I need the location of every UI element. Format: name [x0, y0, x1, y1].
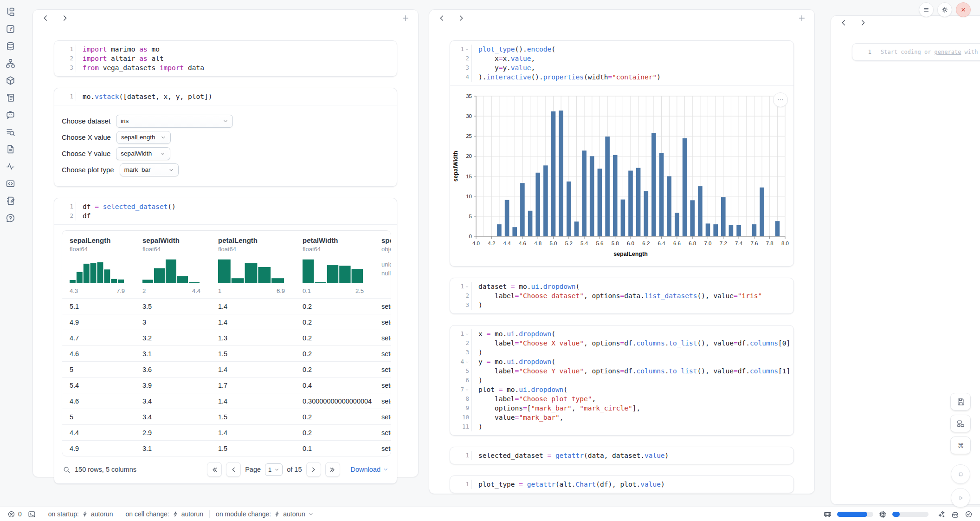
panel-right-header [831, 16, 980, 30]
column-name[interactable]: petalLength [218, 236, 295, 244]
ai-sparkles-icon[interactable] [938, 510, 946, 518]
runtime-config-3[interactable]: on module change:autorun [216, 510, 314, 518]
line-number: 4 [450, 357, 471, 366]
run-button[interactable] [951, 488, 970, 508]
collapse-left-icon[interactable] [839, 19, 848, 27]
code-line: options=["mark_bar", "mark_circle"], [478, 404, 793, 413]
download-button[interactable]: Download [351, 466, 389, 473]
last-page-button[interactable] [325, 462, 340, 477]
runtime-prefix: on startup: [48, 510, 79, 518]
collapse-left-icon[interactable] [438, 14, 446, 22]
lightning-icon [172, 511, 179, 517]
svg-text:5.4: 5.4 [580, 241, 588, 246]
table-column-header: sepalLengthfloat644.37.9 [62, 231, 135, 298]
fold-caret-icon[interactable] [465, 332, 469, 336]
dropdown-choose-plot-type[interactable]: mark_bar [120, 163, 179, 176]
altair-bar-chart[interactable]: 4.04.24.44.64.85.05.25.45.65.86.06.26.46… [450, 90, 793, 264]
sidebar-item-logs[interactable] [5, 92, 15, 103]
add-cell-icon[interactable] [401, 14, 410, 22]
sidebar-item-variables[interactable]: f [5, 24, 15, 34]
first-page-button[interactable] [207, 462, 222, 477]
table-cell: 0.2 [295, 429, 374, 436]
app-layout-button[interactable] [950, 415, 971, 432]
table-cell: 1.3 [211, 334, 295, 342]
code-editor[interactable]: 123dataset = mo.ui.dropdown( label="Choo… [450, 278, 793, 313]
settings-button[interactable] [937, 2, 952, 17]
sidebar-item-file-explorer[interactable] [5, 7, 15, 17]
line-number: 1 [852, 47, 874, 57]
code-editor[interactable]: 1234567891011x = mo.ui.dropdown( label="… [450, 326, 793, 435]
line-number-gutter: 1 [54, 92, 76, 101]
code-editor[interactable]: 1selected_dataset = getattr(data, datase… [450, 447, 793, 464]
dropdown-choose-dataset[interactable]: iris [116, 115, 233, 128]
sidebar-item-dependencies[interactable] [5, 58, 15, 68]
terminal-button[interactable] [28, 510, 36, 518]
svg-text:30: 30 [466, 113, 472, 119]
sidebar-item-outline[interactable] [5, 178, 15, 189]
table-cell: 3.1 [135, 350, 211, 358]
column-name[interactable]: species [381, 236, 391, 244]
column-name[interactable]: petalWidth [303, 236, 374, 244]
table-cell: 4.7 [62, 334, 135, 342]
add-cell-icon[interactable] [798, 14, 806, 22]
interrupt-button[interactable] [951, 464, 970, 484]
svg-text:4.2: 4.2 [488, 241, 495, 246]
dropdown-choose-y-value[interactable]: sepalWidth [116, 147, 170, 160]
runtime-config-1[interactable]: on startup:autorun [48, 510, 113, 518]
column-name[interactable]: sepalLength [70, 236, 135, 244]
runtime-mode: autorun [181, 510, 203, 518]
dropdown-choose-x-value[interactable]: sepalLength [116, 131, 171, 144]
code-line: y=y.value, [478, 63, 793, 72]
chevron-down-icon [223, 118, 228, 124]
sidebar-item-tracing[interactable] [5, 161, 15, 171]
sidebar-item-ai-chat[interactable] [5, 110, 15, 120]
code-lines: df = selected_dataset()df [76, 202, 397, 221]
svg-text:5.6: 5.6 [596, 241, 603, 246]
sidebar-item-documentation[interactable] [5, 127, 15, 137]
collapse-right-icon[interactable] [61, 14, 69, 22]
chart-menu-button[interactable] [773, 92, 788, 107]
code-editor[interactable]: 123import marimo as moimport altair as a… [54, 41, 397, 76]
runtime-config-2[interactable]: on cell change:autorun [125, 510, 203, 518]
copilot-icon[interactable] [951, 510, 959, 518]
table-cell: setosa [374, 334, 391, 342]
column-name[interactable]: sepalWidth [142, 236, 211, 244]
collapse-right-icon[interactable] [457, 14, 465, 22]
collapse-left-icon[interactable] [41, 14, 50, 22]
prev-page-button[interactable] [226, 462, 241, 477]
collapse-right-icon[interactable] [859, 19, 867, 27]
shutdown-button[interactable] [956, 2, 971, 17]
table-cell: 5.4 [62, 382, 135, 389]
code-editor[interactable]: 12df = selected_dataset()df [54, 198, 397, 224]
code-line: import marimo as mo [83, 45, 397, 54]
fold-caret-icon[interactable] [465, 47, 469, 52]
code-editor[interactable]: 1234plot_type().encode( x=x.value, y=y.v… [450, 41, 793, 85]
sidebar-item-scratchpad[interactable] [5, 195, 15, 206]
fold-caret-icon[interactable] [465, 285, 469, 289]
code-editor[interactable]: 1Start coding or generate with AI [852, 44, 980, 60]
menu-button[interactable] [919, 2, 934, 17]
code-editor[interactable]: 1plot_type = getattr(alt.Chart(df), plot… [450, 476, 793, 493]
errors-indicator[interactable]: 0 [7, 510, 22, 518]
shortcuts-button[interactable]: ⌘ [950, 436, 971, 454]
code-line: ).interactive().properties(width="contai… [478, 72, 793, 82]
sidebar-item-packages[interactable] [5, 75, 15, 85]
page-select[interactable]: 1 [265, 463, 283, 476]
fold-caret-icon[interactable] [465, 360, 469, 364]
code-editor[interactable]: 1mo.vstack([dataset, x, y, plot]) [54, 88, 397, 105]
sidebar-item-snippets[interactable] [5, 144, 15, 154]
save-icon [956, 397, 965, 406]
connection-status-icon[interactable] [965, 510, 973, 518]
code-line: df [83, 211, 397, 221]
sidebar-item-datasources[interactable] [5, 41, 15, 51]
svg-text:0: 0 [469, 234, 472, 239]
panel-middle-header [429, 10, 814, 26]
sidebar-item-help[interactable] [5, 213, 15, 223]
table-cell: 5 [62, 366, 135, 373]
save-button[interactable] [950, 393, 971, 410]
search-icon[interactable] [63, 466, 71, 474]
next-page-button[interactable] [306, 462, 321, 477]
range-max: 7.9 [116, 287, 125, 294]
fold-caret-icon[interactable] [465, 388, 469, 392]
floating-actions: ⌘ [950, 393, 971, 508]
